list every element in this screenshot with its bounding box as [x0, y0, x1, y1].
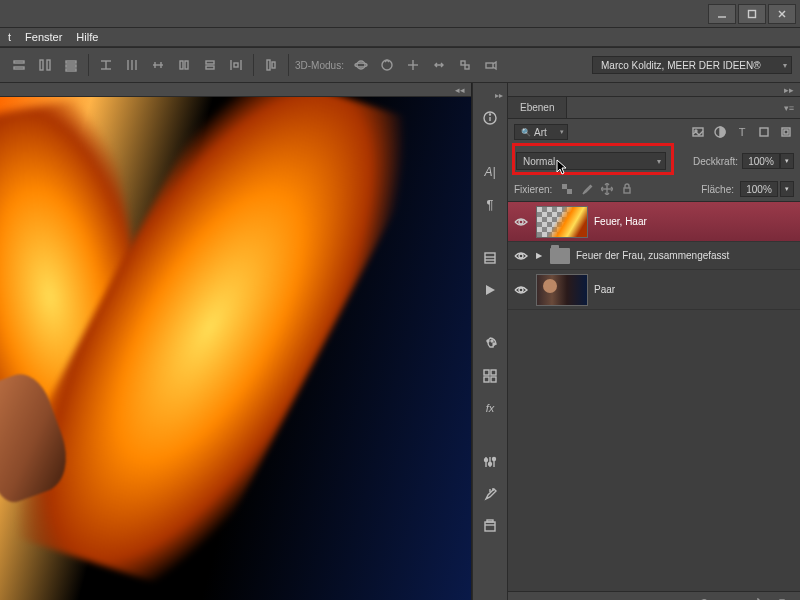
svg-point-43 — [487, 340, 489, 342]
mode3d-scale-icon[interactable] — [454, 54, 476, 76]
cursor-icon — [556, 159, 570, 177]
fill-slider-toggle[interactable]: ▾ — [780, 181, 794, 197]
canvas[interactable] — [0, 97, 471, 600]
dock-brush-icon[interactable] — [477, 483, 503, 505]
dock-adjustments-icon[interactable] — [477, 451, 503, 473]
menu-bar: t Fenster Hilfe — [0, 28, 800, 46]
layers-panel: ▸▸ Ebenen ▾≡ Art T Normal Dec — [508, 83, 800, 600]
svg-point-45 — [493, 343, 495, 345]
layer-style-icon[interactable]: fx▾ — [644, 597, 660, 601]
visibility-toggle[interactable] — [512, 281, 530, 299]
dist-icon-3[interactable] — [147, 54, 169, 76]
dock-swatches-icon[interactable] — [477, 365, 503, 387]
filter-adjust-icon[interactable] — [712, 124, 728, 140]
filter-type-icon[interactable]: T — [734, 124, 750, 140]
align-icon-3[interactable] — [60, 54, 82, 76]
layer-thumbnail[interactable] — [536, 274, 588, 306]
collapse-arrows-icon[interactable]: ◂◂ — [455, 85, 465, 95]
panel-expand-icon[interactable]: ▸▸ — [784, 85, 794, 95]
svg-rect-22 — [206, 61, 214, 64]
dock-info-icon[interactable] — [477, 107, 503, 129]
dock-history-icon[interactable] — [477, 515, 503, 537]
layer-name: Paar — [594, 284, 615, 295]
svg-rect-49 — [491, 377, 496, 382]
layers-tab[interactable]: Ebenen — [508, 97, 567, 118]
dock-color-icon[interactable] — [477, 333, 503, 355]
svg-rect-23 — [206, 66, 214, 69]
opacity-slider-toggle[interactable]: ▾ — [780, 153, 794, 169]
new-layer-icon[interactable] — [748, 597, 764, 601]
maximize-button[interactable] — [738, 4, 766, 24]
lock-all-icon[interactable] — [618, 181, 636, 197]
mode3d-slide-icon[interactable] — [428, 54, 450, 76]
dock-expand-icon[interactable]: ▸▸ — [495, 91, 503, 97]
lock-transparency-icon[interactable] — [558, 181, 576, 197]
svg-rect-6 — [40, 60, 43, 70]
group-icon[interactable] — [722, 597, 738, 601]
svg-rect-5 — [14, 67, 24, 69]
dock-styles-icon[interactable]: fx — [477, 397, 503, 419]
delete-layer-icon[interactable] — [774, 597, 790, 601]
dist-icon-1[interactable] — [95, 54, 117, 76]
menu-help[interactable]: Hilfe — [76, 31, 98, 43]
svg-rect-36 — [486, 63, 493, 68]
layer-name: Feuer der Frau, zusammengefasst — [576, 250, 729, 261]
opacity-label: Deckkraft: — [693, 156, 738, 167]
visibility-toggle[interactable] — [512, 213, 530, 231]
auto-align-icon[interactable] — [260, 54, 282, 76]
svg-point-31 — [382, 60, 392, 70]
svg-rect-35 — [465, 65, 469, 69]
dock-character-icon[interactable]: A| — [477, 161, 503, 183]
lock-pixels-icon[interactable] — [578, 181, 596, 197]
filter-pixel-icon[interactable] — [690, 124, 706, 140]
author-dropdown[interactable]: Marco Kolditz, MEER DER IDEEN® — [592, 56, 792, 74]
layer-list: Feuer, Haar ▶ Feuer der Frau, zusammenge… — [508, 201, 800, 591]
lock-position-icon[interactable] — [598, 181, 616, 197]
svg-rect-20 — [180, 61, 183, 69]
filter-smart-icon[interactable] — [778, 124, 794, 140]
svg-rect-47 — [491, 370, 496, 375]
fill-value[interactable]: 100% — [740, 181, 778, 197]
dock-actions-icon[interactable] — [477, 247, 503, 269]
align-icon-1[interactable] — [8, 54, 30, 76]
mode3d-roll-icon[interactable] — [376, 54, 398, 76]
panel-menu-icon[interactable]: ▾≡ — [784, 103, 800, 113]
blend-mode-dropdown[interactable]: Normal — [516, 152, 666, 170]
svg-rect-46 — [484, 370, 489, 375]
options-bar: 3D-Modus: Marco Kolditz, MEER DER IDEEN® — [0, 47, 800, 83]
layer-thumbnail[interactable] — [536, 206, 588, 238]
svg-rect-58 — [485, 522, 495, 531]
menu-truncated[interactable]: t — [8, 31, 11, 43]
layer-filter-kind-dropdown[interactable]: Art — [514, 124, 568, 140]
close-button[interactable] — [768, 4, 796, 24]
dock-paragraph-icon[interactable]: ¶ — [477, 193, 503, 215]
adjustment-layer-icon[interactable] — [696, 597, 712, 601]
expand-triangle-icon[interactable]: ▶ — [536, 251, 542, 260]
dist-icon-5[interactable] — [199, 54, 221, 76]
layer-row[interactable]: ▶ Feuer der Frau, zusammengefasst — [508, 242, 800, 270]
minimize-button[interactable] — [708, 4, 736, 24]
menu-window[interactable]: Fenster — [25, 31, 62, 43]
layer-footer: fx▾ — [508, 591, 800, 600]
dist-icon-2[interactable] — [121, 54, 143, 76]
mode3d-orbit-icon[interactable] — [350, 54, 372, 76]
svg-rect-66 — [784, 130, 788, 134]
svg-rect-48 — [484, 377, 489, 382]
align-icon-2[interactable] — [34, 54, 56, 76]
svg-rect-27 — [267, 60, 270, 70]
opacity-value[interactable]: 100% — [742, 153, 780, 169]
mode3d-pan-icon[interactable] — [402, 54, 424, 76]
layer-row[interactable]: Paar — [508, 270, 800, 310]
layer-mask-icon[interactable] — [670, 597, 686, 601]
filter-shape-icon[interactable] — [756, 124, 772, 140]
svg-point-44 — [491, 340, 493, 342]
dist-icon-6[interactable] — [225, 54, 247, 76]
svg-rect-8 — [66, 61, 76, 63]
layer-row[interactable]: Feuer, Haar — [508, 202, 800, 242]
author-text: Marco Kolditz, MEER DER IDEEN® — [601, 60, 761, 71]
dist-icon-4[interactable] — [173, 54, 195, 76]
dock-play-icon[interactable] — [477, 279, 503, 301]
visibility-toggle[interactable] — [512, 247, 530, 265]
mode3d-camera-icon[interactable] — [480, 54, 502, 76]
link-layers-icon[interactable] — [618, 597, 634, 601]
